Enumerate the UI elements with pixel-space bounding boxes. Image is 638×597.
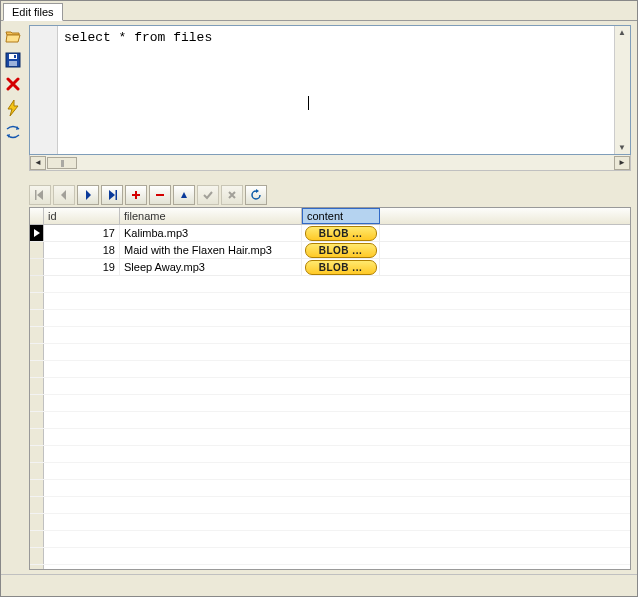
sql-hscrollbar[interactable]: ◄ ||| ► bbox=[29, 155, 631, 171]
table-row[interactable]: 19Sleep Away.mp3BLOB ... bbox=[30, 259, 630, 276]
empty-row bbox=[30, 344, 630, 361]
grid-nav-toolbar bbox=[29, 183, 631, 207]
nav-first-button[interactable] bbox=[29, 185, 51, 205]
nav-insert-button[interactable] bbox=[125, 185, 147, 205]
empty-row bbox=[30, 327, 630, 344]
empty-row bbox=[30, 429, 630, 446]
scroll-thumb[interactable]: ||| bbox=[47, 157, 77, 169]
cell-spacer bbox=[380, 259, 630, 275]
sql-vscrollbar[interactable]: ▲ ▼ bbox=[614, 26, 630, 154]
nav-refresh-button[interactable] bbox=[245, 185, 267, 205]
cell-id[interactable]: 17 bbox=[44, 225, 120, 241]
empty-row bbox=[30, 480, 630, 497]
scroll-right-icon[interactable]: ► bbox=[614, 156, 630, 170]
cell-id[interactable]: 18 bbox=[44, 242, 120, 258]
svg-rect-4 bbox=[35, 190, 37, 200]
empty-row bbox=[30, 293, 630, 310]
empty-row bbox=[30, 276, 630, 293]
blob-button[interactable]: BLOB ... bbox=[305, 260, 377, 275]
sql-text: select * from files bbox=[64, 30, 212, 45]
empty-row bbox=[30, 548, 630, 565]
swap-icon[interactable] bbox=[4, 123, 22, 141]
empty-row bbox=[30, 514, 630, 531]
row-indicator bbox=[30, 225, 44, 241]
header-spacer bbox=[380, 208, 630, 224]
cell-spacer bbox=[380, 225, 630, 241]
empty-row bbox=[30, 310, 630, 327]
nav-cancel-button[interactable] bbox=[221, 185, 243, 205]
nav-prev-button[interactable] bbox=[53, 185, 75, 205]
sql-editor[interactable]: select * from files bbox=[58, 26, 614, 154]
svg-rect-7 bbox=[132, 194, 140, 196]
text-cursor bbox=[308, 96, 309, 110]
table-row[interactable]: 17Kalimba.mp3BLOB ... bbox=[30, 225, 630, 242]
header-indicator bbox=[30, 208, 44, 224]
cell-content: BLOB ... bbox=[302, 259, 380, 275]
empty-row bbox=[30, 446, 630, 463]
blob-button[interactable]: BLOB ... bbox=[305, 243, 377, 258]
delete-x-icon[interactable] bbox=[4, 75, 22, 93]
grid-header: id filename content bbox=[30, 208, 630, 225]
data-grid: id filename content 17Kalimba.mp3BLOB ..… bbox=[29, 207, 631, 570]
sql-gutter bbox=[30, 26, 58, 154]
empty-row bbox=[30, 361, 630, 378]
tab-edit-files[interactable]: Edit files bbox=[3, 3, 63, 21]
grid-body: 17Kalimba.mp3BLOB ...18Maid with the Fla… bbox=[30, 225, 630, 569]
header-id[interactable]: id bbox=[44, 208, 120, 224]
nav-edit-button[interactable] bbox=[173, 185, 195, 205]
header-filename[interactable]: filename bbox=[120, 208, 302, 224]
svg-rect-2 bbox=[9, 61, 17, 66]
nav-last-button[interactable] bbox=[101, 185, 123, 205]
cell-filename[interactable]: Kalimba.mp3 bbox=[120, 225, 302, 241]
scroll-down-icon[interactable]: ▼ bbox=[618, 143, 626, 152]
cell-spacer bbox=[380, 242, 630, 258]
main-area: select * from files ▲ ▼ ◄ ||| ► bbox=[1, 21, 637, 574]
scroll-left-icon[interactable]: ◄ bbox=[30, 156, 46, 170]
cell-content: BLOB ... bbox=[302, 242, 380, 258]
empty-row bbox=[30, 395, 630, 412]
scroll-up-icon[interactable]: ▲ bbox=[618, 28, 626, 37]
empty-row bbox=[30, 463, 630, 480]
table-row[interactable]: 18Maid with the Flaxen Hair.mp3BLOB ... bbox=[30, 242, 630, 259]
execute-lightning-icon[interactable] bbox=[4, 99, 22, 117]
sql-editor-wrap: select * from files ▲ ▼ bbox=[29, 25, 631, 155]
save-disk-icon[interactable] bbox=[4, 51, 22, 69]
blob-button[interactable]: BLOB ... bbox=[305, 226, 377, 241]
empty-row bbox=[30, 412, 630, 429]
cell-id[interactable]: 19 bbox=[44, 259, 120, 275]
workspace: select * from files ▲ ▼ ◄ ||| ► bbox=[25, 21, 637, 574]
row-indicator bbox=[30, 242, 44, 258]
nav-post-button[interactable] bbox=[197, 185, 219, 205]
open-folder-icon[interactable] bbox=[4, 27, 22, 45]
empty-row bbox=[30, 531, 630, 548]
cell-filename[interactable]: Maid with the Flaxen Hair.mp3 bbox=[120, 242, 302, 258]
svg-rect-3 bbox=[14, 55, 16, 58]
empty-row bbox=[30, 378, 630, 395]
row-indicator bbox=[30, 259, 44, 275]
svg-rect-8 bbox=[156, 194, 164, 196]
cell-content: BLOB ... bbox=[302, 225, 380, 241]
nav-delete-button[interactable] bbox=[149, 185, 171, 205]
empty-row bbox=[30, 565, 630, 569]
empty-row bbox=[30, 497, 630, 514]
tab-strip: Edit files bbox=[1, 1, 637, 21]
status-bar bbox=[1, 574, 637, 594]
cell-filename[interactable]: Sleep Away.mp3 bbox=[120, 259, 302, 275]
svg-rect-5 bbox=[116, 190, 118, 200]
left-toolbar bbox=[1, 21, 25, 574]
header-content[interactable]: content bbox=[302, 208, 380, 224]
nav-next-button[interactable] bbox=[77, 185, 99, 205]
